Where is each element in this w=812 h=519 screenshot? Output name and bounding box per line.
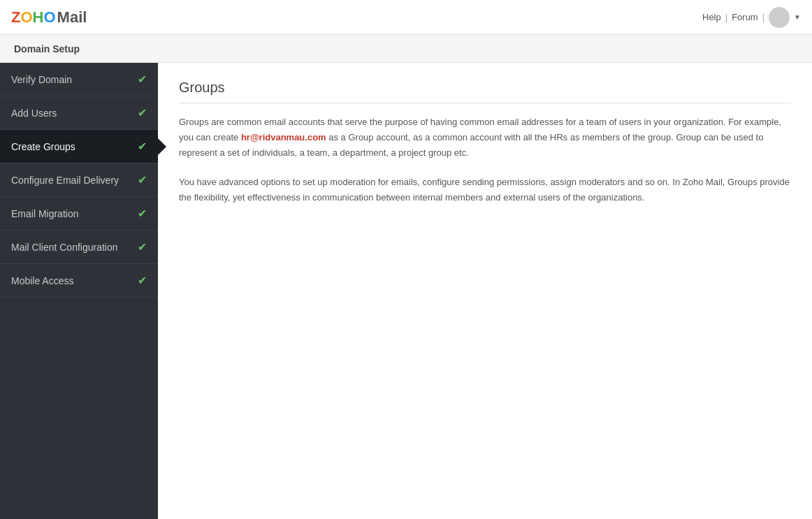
sidebar-label-add-users: Add Users (11, 108, 57, 119)
check-icon-email-migration: ✔ (138, 207, 147, 220)
logo-h: H (33, 8, 44, 26)
sidebar-item-verify-domain[interactable]: Verify Domain ✔ (0, 63, 158, 96)
check-icon-create-groups: ✔ (138, 140, 147, 153)
highlight-email: hr@ridvanmau.com (241, 132, 326, 142)
sidebar-item-create-groups[interactable]: Create Groups ✔ (0, 130, 158, 163)
sidebar-label-configure-email-delivery: Configure Email Delivery (11, 175, 119, 186)
active-arrow (158, 138, 166, 155)
sidebar-item-add-users[interactable]: Add Users ✔ (0, 96, 158, 130)
logo-o2: O (43, 8, 55, 26)
page-description: Groups are common email accounts that se… (179, 115, 791, 161)
sidebar-item-email-migration[interactable]: Email Migration ✔ (0, 197, 158, 231)
sep1: | (725, 12, 727, 22)
page-description2: You have advanced options to set up mode… (179, 175, 791, 205)
logo-o1: O (20, 8, 32, 26)
page-title: Groups (179, 80, 791, 103)
sidebar-label-verify-domain: Verify Domain (11, 74, 72, 85)
sidebar: Verify Domain ✔ Add Users ✔ Create Group… (0, 63, 158, 519)
avatar[interactable] (769, 7, 790, 28)
domain-setup-bar: Domain Setup (0, 35, 812, 63)
check-icon-configure-email-delivery: ✔ (138, 173, 147, 187)
header-right: Help | Forum | ▼ (702, 7, 801, 28)
logo-mail: Mail (57, 8, 87, 27)
check-icon-mobile-access: ✔ (138, 274, 147, 287)
header: ZOHO Mail Help | Forum | ▼ (0, 0, 812, 35)
sidebar-item-mail-client-configuration[interactable]: Mail Client Configuration ✔ (0, 231, 158, 264)
sidebar-label-mobile-access: Mobile Access (11, 275, 73, 286)
sidebar-item-mobile-access[interactable]: Mobile Access ✔ (0, 264, 158, 298)
sidebar-label-create-groups: Create Groups (11, 141, 75, 152)
forum-link[interactable]: Forum (732, 12, 758, 22)
domain-setup-title: Domain Setup (14, 43, 80, 54)
check-icon-add-users: ✔ (138, 106, 147, 119)
sidebar-item-configure-email-delivery[interactable]: Configure Email Delivery ✔ (0, 163, 158, 197)
content-area: Groups Groups are common email accounts … (158, 63, 812, 519)
sidebar-label-email-migration: Email Migration (11, 208, 78, 219)
sidebar-label-mail-client-configuration: Mail Client Configuration (11, 242, 118, 253)
check-icon-verify-domain: ✔ (138, 73, 147, 86)
check-icon-mail-client-configuration: ✔ (138, 240, 147, 254)
sep2: | (762, 12, 764, 22)
chevron-down-icon[interactable]: ▼ (794, 13, 801, 21)
help-link[interactable]: Help (702, 12, 721, 22)
main-layout: Verify Domain ✔ Add Users ✔ Create Group… (0, 63, 812, 519)
logo-area: ZOHO Mail (11, 8, 87, 27)
content-spacer (179, 205, 791, 512)
logo-z: Z (11, 8, 20, 26)
